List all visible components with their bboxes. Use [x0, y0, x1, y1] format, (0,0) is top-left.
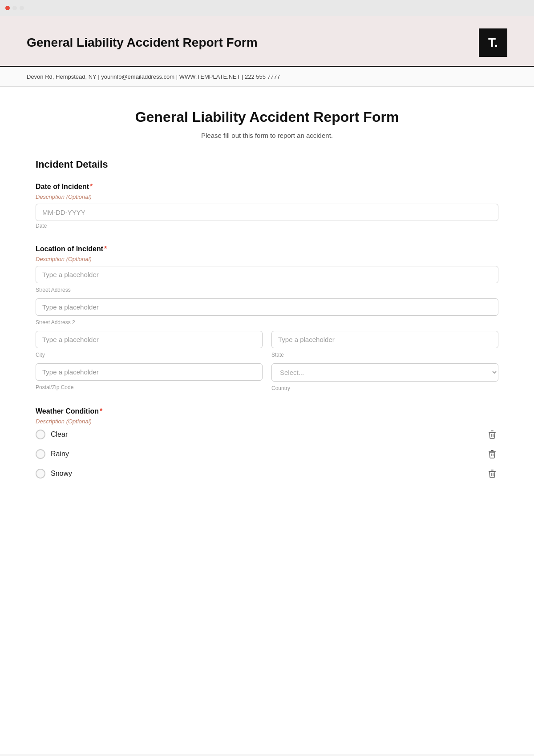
browser-dot-red	[5, 6, 10, 10]
country-sublabel: Country	[271, 385, 498, 391]
date-label: Date of Incident*	[36, 183, 498, 191]
svg-rect-1	[491, 430, 494, 431]
weather-option-rainy: Rainy	[36, 448, 498, 460]
zip-sublabel: Postal/Zip Code	[36, 384, 263, 390]
weather-option-clear: Clear	[36, 428, 498, 441]
browser-dot-green	[20, 6, 24, 10]
browser-dot-yellow	[12, 6, 17, 10]
delete-rainy-button[interactable]	[486, 448, 498, 460]
radio-snowy[interactable]	[36, 469, 45, 479]
field-group-date: Date of Incident* Description (Optional)…	[36, 183, 498, 229]
field-group-weather: Weather Condition* Description (Optional…	[36, 407, 498, 480]
svg-rect-5	[491, 450, 494, 451]
state-field: State	[271, 331, 498, 358]
sub-header: Devon Rd, Hempstead, NY | yourinfo@email…	[0, 67, 534, 87]
date-description: Description (Optional)	[36, 193, 498, 200]
city-state-row: City State	[36, 331, 498, 358]
street1-input[interactable]	[36, 266, 498, 283]
form-title: General Liability Accident Report Form	[36, 109, 498, 125]
weather-required: *	[100, 407, 102, 415]
country-field: Select... Country	[271, 363, 498, 391]
city-field: City	[36, 331, 263, 358]
section-incident-details: Incident Details	[36, 159, 498, 170]
header-title: General Liability Accident Report Form	[27, 36, 258, 50]
street1-sublabel: Street Address	[36, 287, 498, 293]
radio-clear-label: Clear	[51, 430, 68, 438]
delete-clear-button[interactable]	[486, 428, 498, 441]
weather-description: Description (Optional)	[36, 418, 498, 425]
radio-clear[interactable]	[36, 430, 45, 439]
city-input[interactable]	[36, 331, 263, 348]
date-input[interactable]	[36, 204, 498, 221]
zip-input[interactable]	[36, 363, 263, 381]
form-subtitle: Please fill out this form to report an a…	[36, 132, 498, 139]
city-sublabel: City	[36, 352, 263, 358]
main-content: General Liability Accident Report Form P…	[0, 87, 534, 754]
zip-country-row: Postal/Zip Code Select... Country	[36, 363, 498, 391]
contact-info: Devon Rd, Hempstead, NY | yourinfo@email…	[27, 73, 280, 80]
page-header: General Liability Accident Report Form T…	[0, 16, 534, 67]
date-required: *	[90, 183, 93, 190]
date-input-wrapper	[36, 204, 498, 221]
svg-rect-9	[491, 470, 494, 470]
location-required: *	[104, 245, 107, 253]
zip-field: Postal/Zip Code	[36, 363, 263, 391]
delete-snowy-button[interactable]	[486, 467, 498, 480]
radio-rainy[interactable]	[36, 449, 45, 459]
country-select[interactable]: Select...	[271, 363, 498, 382]
radio-rainy-label: Rainy	[51, 450, 69, 458]
street2-sublabel: Street Address 2	[36, 319, 498, 326]
header-logo: T.	[479, 28, 507, 57]
date-sublabel: Date	[36, 223, 498, 229]
browser-bar	[0, 0, 534, 16]
street2-input[interactable]	[36, 298, 498, 316]
state-input[interactable]	[271, 331, 498, 348]
field-group-location: Location of Incident* Description (Optio…	[36, 245, 498, 391]
radio-snowy-label: Snowy	[51, 470, 72, 478]
location-label: Location of Incident*	[36, 245, 498, 253]
weather-option-snowy: Snowy	[36, 467, 498, 480]
location-description: Description (Optional)	[36, 256, 498, 262]
state-sublabel: State	[271, 352, 498, 358]
weather-label: Weather Condition*	[36, 407, 498, 415]
